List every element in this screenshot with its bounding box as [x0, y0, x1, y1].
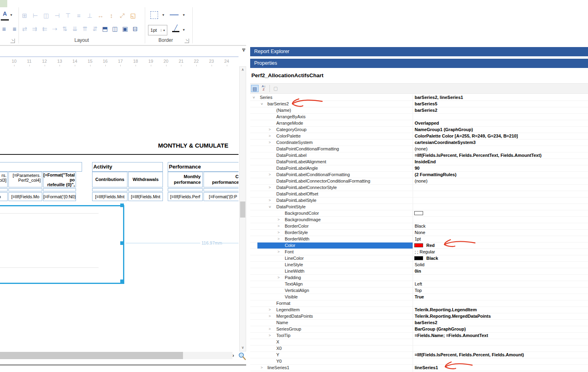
property-row-arrangebyaxis[interactable]: ArrangeByAxis: [250, 114, 588, 120]
vertical-scroll-thumb[interactable]: [240, 201, 245, 218]
performance-group-header[interactable]: Performance: [168, 162, 238, 172]
property-value[interactable]: Telerik.Reporting.MergedDataPoints: [415, 313, 491, 319]
border-group-dialog-launcher[interactable]: ↘: [185, 39, 189, 43]
design-vertical-scrollbar[interactable]: ∧ ∨: [239, 66, 246, 351]
property-row-y0[interactable]: Y0: [250, 358, 588, 365]
property-value[interactable]: Solid: [415, 262, 424, 268]
activity-group-header[interactable]: Activity: [92, 162, 163, 172]
property-row-datapointlabelconditionalformatting[interactable]: >DataPointLabelConditionalFormatting(2 F…: [250, 172, 588, 178]
property-row--name-[interactable]: (Name)barSeries2: [250, 107, 588, 114]
property-row-backgroundcolor[interactable]: BackgroundColor: [250, 210, 588, 217]
left-table-spacer-cell[interactable]: [43, 188, 76, 191]
property-value[interactable]: Telerik.Reporting.LegendItem: [415, 307, 477, 313]
equal-horizontal-spacing-icon[interactable]: ⇄: [20, 25, 29, 33]
remove-horizontal-spacing-icon[interactable]: ⇢: [50, 25, 59, 33]
property-row-x[interactable]: X: [250, 339, 588, 345]
property-row-backgroundimage[interactable]: >BackgroundImage: [250, 217, 588, 223]
increase-vertical-spacing-icon[interactable]: ⇊: [70, 25, 79, 33]
property-row-visible[interactable]: VisibleTrue: [250, 294, 588, 300]
property-value[interactable]: Top: [415, 288, 422, 294]
expand-arrow-icon[interactable]: >: [269, 172, 271, 178]
property-row-format[interactable]: Format: [250, 300, 588, 307]
expand-arrow-icon[interactable]: >: [269, 307, 271, 313]
border-pen-color-icon[interactable]: ╱: [172, 25, 179, 32]
selected-chart-item[interactable]: [0, 205, 124, 284]
color-swatch[interactable]: [414, 256, 423, 260]
font-color-button[interactable]: A: [1, 10, 9, 21]
panel-splitter[interactable]: [0, 364, 246, 366]
property-row-textalign[interactable]: TextAlignLeft: [250, 281, 588, 288]
property-value[interactable]: 0in: [415, 268, 421, 274]
align-to-grid-icon[interactable]: ⊞: [20, 11, 29, 20]
expand-arrow-icon[interactable]: >: [278, 275, 280, 281]
left-table-header-cell-3[interactable]: [=Format("Total po rtefeuille {0}", Para…: [43, 172, 76, 187]
align-lefts-icon[interactable]: ⊢: [31, 11, 40, 20]
align-rights-icon[interactable]: ⊣: [53, 11, 62, 20]
property-value[interactable]: True: [415, 294, 424, 300]
property-row-x0[interactable]: X0: [250, 345, 588, 352]
property-row-datapointlabeloffset[interactable]: DataPointLabelOffset: [250, 191, 588, 197]
border-line-style-icon[interactable]: [170, 14, 179, 15]
design-canvas[interactable]: MONTHLY & CUMULATE rs. ol3] [=Parameters…: [0, 66, 238, 352]
property-value[interactable]: Left: [415, 281, 422, 287]
designer-pane-pin-icon[interactable]: ▼: [242, 49, 245, 53]
property-row-datapointlabelstyle[interactable]: >DataPointLabelStyle: [250, 197, 588, 204]
color-swatch[interactable]: [414, 243, 423, 247]
collapse-arrow-icon[interactable]: >: [267, 206, 273, 208]
expand-arrow-icon[interactable]: >: [269, 333, 271, 339]
withdrawals-data-cell[interactable]: [=IIf(Fields.Mnt: [128, 192, 163, 201]
text-group-dialog-launcher[interactable]: ↘: [10, 39, 15, 43]
property-row-linecolor[interactable]: LineColorBlack: [250, 255, 588, 262]
property-row-categorygroup[interactable]: >CategoryGroupNameGroup1 (GraphGroup): [250, 127, 588, 133]
cumulated-performance-header-cell[interactable]: Cu performance i: [204, 172, 238, 187]
property-row-arrangemode[interactable]: ArrangeModeOverlapped: [250, 120, 588, 127]
left-table-spacer-cell[interactable]: [0, 188, 8, 191]
property-row-lineseries1[interactable]: >lineSeries1lineSeries1: [250, 365, 588, 371]
horizontal-scroll-thumb[interactable]: [0, 352, 183, 359]
property-value[interactable]: None: [415, 230, 425, 236]
border-width-combobox[interactable]: 1pt ▼: [148, 25, 167, 35]
property-value[interactable]: barSeries2, lineSeries1: [415, 95, 463, 101]
property-value[interactable]: =Fields.Name; =Fields.AmountText: [415, 333, 488, 339]
property-value[interactable]: 90: [415, 165, 419, 171]
make-same-size-icon[interactable]: ⤢: [118, 11, 127, 20]
property-value[interactable]: barSeries5: [415, 101, 437, 107]
withdrawals-header-cell[interactable]: Withdrawals: [128, 172, 163, 187]
design-horizontal-scrollbar[interactable]: [0, 352, 232, 359]
property-value[interactable]: =IIf(Fields.IsPercent, Fields.PercentTex…: [415, 152, 541, 158]
color-swatch[interactable]: [414, 211, 423, 215]
expand-arrow-icon[interactable]: >: [269, 140, 271, 146]
left-table-data-cell-3[interactable]: [=Format('{0:N0}', (F: [43, 192, 76, 201]
property-row-datapointlabelalignment[interactable]: DataPointLabelAlignmentInsideEnd: [250, 159, 588, 165]
make-same-width-icon[interactable]: ↔: [96, 11, 105, 20]
performance-spacer-cell[interactable]: [204, 188, 238, 191]
collapse-arrow-icon[interactable]: >: [259, 103, 265, 105]
size-to-grid-icon[interactable]: ◱: [129, 11, 138, 20]
property-row-tooltip[interactable]: >ToolTip=Fields.Name; =Fields.AmountText: [250, 333, 588, 339]
left-table-data-cell-1[interactable]: Mo: [0, 192, 8, 201]
property-value[interactable]: barSeries2: [415, 320, 437, 326]
report-title-textbox[interactable]: MONTHLY & CUMULATE: [158, 142, 228, 149]
property-value[interactable]: 1pt: [415, 236, 421, 242]
equal-vertical-spacing-icon[interactable]: ⇅: [60, 25, 69, 33]
property-value[interactable]: =IIf(Fields.IsPercent, Fields.Percent, F…: [415, 352, 524, 358]
align-top-in-window-icon[interactable]: ⬒: [101, 25, 109, 33]
justify-icon[interactable]: ≡: [10, 25, 19, 34]
property-value[interactable]: ; ; Regular: [415, 249, 435, 255]
alphabetical-sort-icon[interactable]: A↓ Z: [260, 85, 267, 92]
property-row-verticalalign[interactable]: VerticalAlignTop: [250, 288, 588, 294]
property-value[interactable]: (none): [415, 178, 428, 184]
property-value[interactable]: cartesianCoordinateSystem3: [415, 140, 476, 146]
border-width-caret[interactable]: ▼: [161, 29, 167, 32]
expand-arrow-icon[interactable]: >: [278, 230, 280, 236]
property-value[interactable]: NameGroup1 (GraphGroup): [415, 127, 473, 133]
property-value[interactable]: ColorPalette Color [A=255, R=249, G=234,…: [415, 133, 518, 139]
justify-left-icon[interactable]: ≡: [0, 25, 8, 34]
property-row-linewidth[interactable]: LineWidth0in: [250, 268, 588, 275]
scroll-right-arrow[interactable]: ›: [232, 353, 234, 358]
border-select-icon[interactable]: [150, 11, 158, 19]
align-middles-icon[interactable]: ≡: [74, 11, 83, 20]
left-table-data-cell-2[interactable]: [=IIf(Fields.Mo: [8, 192, 42, 201]
increase-horizontal-spacing-icon[interactable]: ⇉: [30, 25, 39, 33]
property-value[interactable]: Black: [426, 255, 438, 261]
